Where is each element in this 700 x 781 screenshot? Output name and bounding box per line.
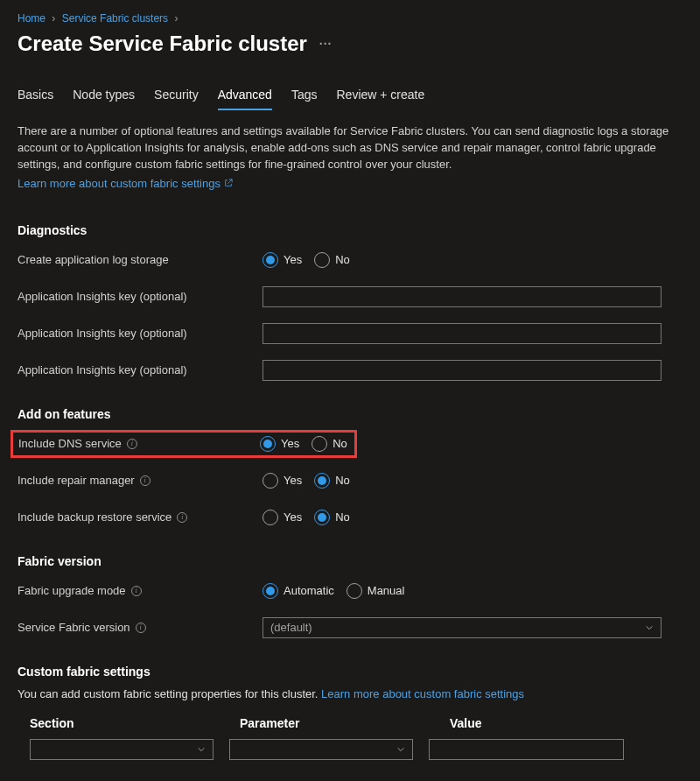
diagnostics-heading: Diagnostics <box>18 223 682 237</box>
dns-highlight: Include DNS service i Yes No <box>10 430 357 458</box>
chevron-right-icon: › <box>174 12 178 25</box>
page-title-text: Create Service Fabric cluster <box>18 32 307 56</box>
tabs: Basics Node types Security Advanced Tags… <box>18 81 682 111</box>
upgrade-mode-automatic[interactable]: Automatic <box>262 583 334 599</box>
upgrade-mode-manual[interactable]: Manual <box>346 583 405 599</box>
chevron-down-icon <box>197 745 206 754</box>
addons-heading: Add on features <box>18 407 682 421</box>
dns-yes[interactable]: Yes <box>260 436 299 452</box>
ai-key-1-input[interactable] <box>262 286 662 307</box>
fabric-version-label-wrap: Service Fabric version i <box>18 621 262 634</box>
tab-advanced[interactable]: Advanced <box>218 81 272 110</box>
custom-settings-header: Section Parameter Value <box>30 716 670 730</box>
info-icon[interactable]: i <box>177 512 187 523</box>
repair-yes[interactable]: Yes <box>262 473 302 489</box>
radio-icon <box>314 510 330 525</box>
dns-no[interactable]: No <box>312 436 347 452</box>
backup-no[interactable]: No <box>314 510 350 525</box>
tab-security[interactable]: Security <box>154 81 199 110</box>
backup-label: Include backup restore service <box>18 510 172 524</box>
backup-label-wrap: Include backup restore service i <box>18 510 262 524</box>
ai-key-3-row: Application Insights key (optional) <box>18 356 682 384</box>
repair-row: Include repair manager i Yes No <box>18 467 682 495</box>
col-value: Value <box>450 716 644 730</box>
ai-key-2-input[interactable] <box>262 323 662 344</box>
tab-node-types[interactable]: Node types <box>73 81 135 110</box>
upgrade-mode-label-wrap: Fabric upgrade mode i <box>18 584 262 597</box>
radio-icon <box>314 252 330 268</box>
learn-more-text: Learn more about custom fabric settings <box>18 177 220 190</box>
ai-key-3-input[interactable] <box>262 360 662 381</box>
chevron-down-icon <box>396 745 405 754</box>
create-log-storage-no[interactable]: No <box>314 252 350 268</box>
ai-key-1-label: Application Insights key (optional) <box>18 290 262 303</box>
radio-icon <box>262 473 278 489</box>
ai-key-3-label: Application Insights key (optional) <box>18 363 262 376</box>
radio-icon <box>262 583 278 599</box>
radio-icon <box>312 436 327 452</box>
fabric-version-row: Service Fabric version i (default) <box>18 614 682 642</box>
info-icon[interactable]: i <box>127 439 137 449</box>
section-select[interactable] <box>30 739 214 760</box>
fabric-version-label: Service Fabric version <box>18 621 130 634</box>
upgrade-mode-row: Fabric upgrade mode i Automatic Manual <box>18 577 682 605</box>
chevron-right-icon: › <box>52 12 55 25</box>
page-title: Create Service Fabric cluster ··· <box>18 32 682 56</box>
custom-settings-row <box>30 739 670 760</box>
radio-icon <box>262 252 278 268</box>
info-icon[interactable]: i <box>140 475 150 486</box>
learn-more-link[interactable]: Learn more about custom fabric settings <box>18 177 233 190</box>
fabric-version-heading: Fabric version <box>18 554 682 568</box>
backup-yes[interactable]: Yes <box>262 510 302 525</box>
custom-settings-intro: You can add custom fabric setting proper… <box>18 687 682 700</box>
external-link-icon <box>224 179 233 187</box>
info-icon[interactable]: i <box>136 623 146 633</box>
radio-icon <box>262 510 278 525</box>
breadcrumb-clusters[interactable]: Service Fabric clusters <box>62 12 168 25</box>
intro-text: There are a number of optional features … <box>18 123 682 173</box>
custom-settings-heading: Custom fabric settings <box>18 665 682 679</box>
tab-tags[interactable]: Tags <box>291 81 318 110</box>
col-parameter: Parameter <box>240 716 434 730</box>
dns-label: Include DNS service <box>18 437 122 450</box>
more-actions-icon[interactable]: ··· <box>319 37 332 51</box>
ai-key-2-row: Application Insights key (optional) <box>18 320 682 348</box>
col-section: Section <box>30 716 224 730</box>
repair-label: Include repair manager <box>18 474 135 487</box>
tab-basics[interactable]: Basics <box>18 81 53 110</box>
repair-no[interactable]: No <box>314 473 350 489</box>
fabric-version-select[interactable]: (default) <box>262 617 662 638</box>
value-input[interactable] <box>429 739 624 760</box>
fabric-version-value: (default) <box>270 621 312 634</box>
info-icon[interactable]: i <box>131 586 142 596</box>
backup-row: Include backup restore service i Yes No <box>18 503 682 531</box>
create-log-storage-label: Create application log storage <box>18 253 262 266</box>
ai-key-1-row: Application Insights key (optional) <box>18 283 682 311</box>
radio-icon <box>314 473 330 489</box>
create-log-storage-yes[interactable]: Yes <box>262 252 302 268</box>
ai-key-2-label: Application Insights key (optional) <box>18 327 262 340</box>
breadcrumb: Home › Service Fabric clusters › <box>18 9 682 32</box>
dns-label-wrap: Include DNS service i <box>18 437 260 450</box>
radio-icon <box>260 436 276 452</box>
repair-label-wrap: Include repair manager i <box>18 474 262 487</box>
upgrade-mode-label: Fabric upgrade mode <box>18 584 126 597</box>
radio-icon <box>346 583 362 599</box>
breadcrumb-home[interactable]: Home <box>18 12 46 25</box>
chevron-down-icon <box>645 623 654 632</box>
custom-settings-learn-link[interactable]: Learn more about custom fabric settings <box>321 687 524 700</box>
tab-review-create[interactable]: Review + create <box>337 81 425 110</box>
custom-settings-table: Section Parameter Value <box>18 716 682 760</box>
parameter-select[interactable] <box>229 739 413 760</box>
create-log-storage-row: Create application log storage Yes No <box>18 246 682 274</box>
